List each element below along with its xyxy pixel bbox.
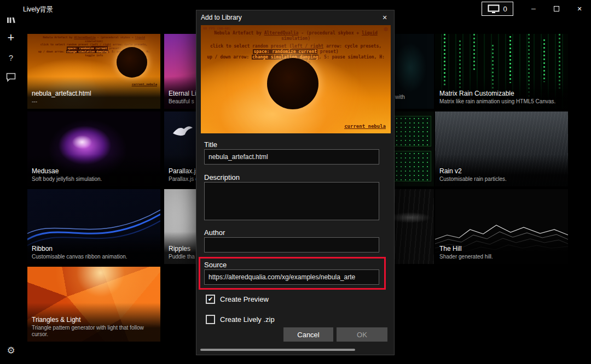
- gear-icon: ⚙: [7, 345, 15, 356]
- create-preview-checkbox[interactable]: ✔: [206, 295, 215, 304]
- tile-title: Rain v2: [439, 167, 564, 175]
- maximize-icon: [554, 6, 559, 11]
- tile-subtitle: Shader generated hill.: [439, 254, 564, 260]
- wallpaper-tile-hill[interactable]: The Hill Shader generated hill.: [435, 189, 568, 264]
- matrix-streak: [543, 39, 545, 82]
- create-zip-checkbox-row[interactable]: Create Lively .zip: [206, 315, 275, 324]
- tile-subtitle: Customisable rain particles.: [439, 176, 564, 183]
- create-zip-checkbox[interactable]: [206, 315, 215, 324]
- sidebar-item-settings[interactable]: ⚙: [0, 341, 22, 360]
- tile-title: Ribbon: [32, 245, 156, 253]
- description-label: Description: [204, 173, 240, 181]
- feedback-icon: [6, 73, 16, 82]
- cancel-button[interactable]: Cancel: [283, 327, 333, 342]
- window-close-button[interactable]: ✕: [568, 0, 591, 17]
- sidebar-item-help[interactable]: ?: [0, 48, 22, 67]
- grid-art: [390, 116, 431, 146]
- wallpaper-tile-rain[interactable]: Rain v2 Customisable rain particles.: [435, 111, 568, 186]
- add-to-library-dialog: Add to Library ✕ 60 FPS (60-60) ❆ Nebula…: [196, 10, 395, 355]
- check-icon: ✔: [208, 296, 213, 303]
- sidebar-item-add[interactable]: +: [0, 28, 22, 47]
- tile-subtitle-fragment: with: [395, 94, 405, 100]
- close-icon: ✕: [577, 5, 582, 13]
- grid-art: [390, 151, 431, 181]
- maximize-button[interactable]: [545, 0, 568, 17]
- minimize-icon: ─: [531, 5, 536, 12]
- fps-counter: 60 FPS (60-60): [203, 26, 231, 30]
- ok-button[interactable]: OK: [337, 327, 387, 342]
- wallpaper-tile-matrix[interactable]: Matrix Rain Customizable Matrix like rai…: [435, 34, 568, 109]
- tile-subtitle: Matrix like rain animation using HTML5 C…: [439, 98, 564, 105]
- source-label: Source: [204, 261, 227, 269]
- dialog-horizontal-scrollbar[interactable]: [200, 349, 355, 351]
- tile-subtitle: Customisable canvas ribbon animation.: [32, 254, 156, 260]
- source-input[interactable]: [204, 269, 379, 285]
- tile-title: Triangles & Light: [32, 316, 156, 324]
- create-preview-checkbox-row[interactable]: ✔ Create Preview: [206, 295, 269, 304]
- tile-title: The Hill: [439, 245, 564, 253]
- sidebar-item-feedback[interactable]: [0, 68, 22, 86]
- dialog-title: Add to Library: [201, 14, 242, 21]
- minimize-button[interactable]: ─: [522, 0, 545, 17]
- wallpaper-tile-ribbon[interactable]: Ribbon Customisable canvas ribbon animat…: [27, 189, 160, 264]
- nebula-planet: [267, 58, 318, 109]
- author-input[interactable]: [204, 237, 379, 253]
- plus-icon: +: [8, 31, 15, 45]
- monitor-select-button[interactable]: 0: [482, 2, 513, 16]
- bird-art: [172, 124, 194, 138]
- help-icon: ?: [9, 53, 13, 62]
- app-title: Lively背景: [23, 5, 53, 14]
- tile-title: Matrix Rain Customizable: [439, 90, 564, 97]
- dialog-close-button[interactable]: ✕: [380, 13, 390, 22]
- tile-title: nebula_artefact.html: [32, 90, 156, 97]
- wallpaper-tile-nebula[interactable]: Nebula Artefact by AlteredQualia - (proc…: [27, 34, 160, 109]
- close-icon: ✕: [382, 14, 387, 21]
- title-input[interactable]: [204, 149, 379, 165]
- create-zip-label: Create Lively .zip: [220, 315, 275, 324]
- tile-subtitle: Triangle pattern generator with light th…: [32, 325, 156, 338]
- tile-title: Medusae: [32, 167, 156, 175]
- author-label: Author: [204, 228, 225, 237]
- wallpaper-tile-triangles[interactable]: Triangles & Light Triangle pattern gener…: [27, 267, 160, 342]
- wallpaper-preview: 60 FPS (60-60) ❆ Nebula Artefact by Alte…: [201, 25, 391, 133]
- monitor-icon: [488, 4, 500, 14]
- tile-subtitle: Soft body jellyfish simulation.: [32, 176, 156, 183]
- preview-watermark: current_nebula: [344, 124, 386, 129]
- matrix-streak: [473, 34, 475, 72]
- sidebar: + ? ⚙: [0, 0, 22, 364]
- create-preview-label: Create Preview: [220, 295, 269, 303]
- tile-subtitle: ---: [32, 98, 156, 105]
- description-input[interactable]: [204, 182, 379, 220]
- wallpaper-tile-medusae[interactable]: Medusae Soft body jellyfish simulation.: [27, 111, 160, 186]
- monitor-count: 0: [503, 5, 507, 13]
- nebula-planet-thumb: [117, 47, 147, 78]
- title-label: Title: [204, 140, 217, 149]
